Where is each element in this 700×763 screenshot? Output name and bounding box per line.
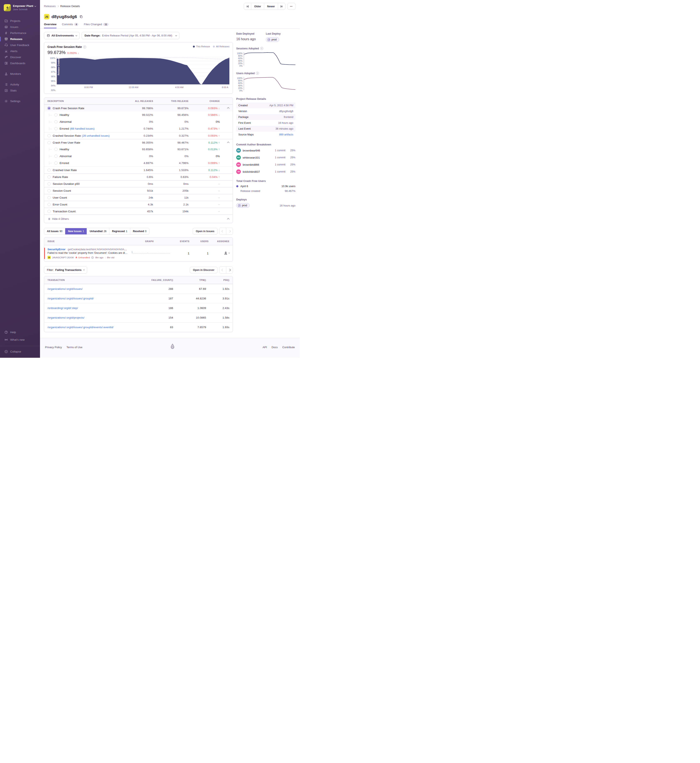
transaction-link[interactable]: /onboarding/:orgId/:step/ <box>47 306 78 310</box>
metric-radio[interactable] <box>55 155 58 158</box>
previous-page-button[interactable] <box>219 267 226 274</box>
metric-row[interactable]: Transaction Count 457k 194k – <box>44 208 233 214</box>
metric-radio[interactable] <box>47 182 51 185</box>
crash-free-session-chart[interactable]: Release Created <box>57 57 230 84</box>
transaction-row[interactable]: /onboarding/:orgId/:step/ 186 1.0609 2.4… <box>44 303 233 313</box>
sidebar-item-whats-new[interactable]: What's new <box>0 336 40 343</box>
sidebar-collapse-button[interactable]: Collapse <box>0 348 40 355</box>
sidebar-item-releases[interactable]: Releases <box>0 36 40 42</box>
metric-radio[interactable] <box>55 113 58 116</box>
last-release-button[interactable] <box>278 3 285 9</box>
metric-row[interactable]: Healthy 99.022% 98.456% 0.566% ↓ <box>44 111 233 118</box>
date-range-filter[interactable]: Date Range: Entire Release Period (Apr 0… <box>82 32 180 39</box>
issues-link[interactable]: (68 handled issues) <box>70 127 95 130</box>
collapse-chevron-icon[interactable] <box>227 142 230 144</box>
metric-radio[interactable] <box>47 189 51 192</box>
org-switcher[interactable]: Empower Plant Jane Schmidt <box>0 3 40 13</box>
metric-row[interactable]: Abnormal 0% 0% 0% <box>44 118 233 125</box>
issues-tab[interactable]: New Issues1 <box>65 228 87 235</box>
api-link[interactable]: API <box>262 346 267 349</box>
help-tooltip-icon[interactable]: ? <box>256 72 259 75</box>
sidebar-item-projects[interactable]: Projects <box>0 18 40 24</box>
next-page-button[interactable] <box>226 267 233 274</box>
sidebar-item-settings[interactable]: Settings <box>0 98 40 104</box>
assignee-dropdown[interactable] <box>224 251 230 255</box>
metric-radio[interactable] <box>47 203 51 206</box>
sidebar-item-stats[interactable]: Stats <box>0 88 40 94</box>
metric-row[interactable]: User Count 24k 11k – <box>44 194 233 201</box>
legend-all-releases[interactable]: All Releases <box>213 45 230 48</box>
issues-link[interactable]: (26 unhandled issues) <box>82 134 109 137</box>
first-release-button[interactable] <box>244 3 251 9</box>
sidebar-item-issues[interactable]: Issues <box>0 24 40 30</box>
docs-link[interactable]: Docs <box>272 346 278 349</box>
metric-radio[interactable] <box>47 210 51 213</box>
metric-radio[interactable] <box>47 196 51 199</box>
deploy-env-badge[interactable]: prod <box>236 203 250 208</box>
help-tooltip-icon[interactable]: ? <box>260 47 263 50</box>
metric-radio[interactable] <box>55 127 58 130</box>
tab-overview[interactable]: Overview <box>44 23 56 28</box>
environment-filter[interactable]: All Environments <box>44 32 80 39</box>
transaction-row[interactable]: /organizations/:orgId/issues/:groupId/ 1… <box>44 294 233 303</box>
open-in-issues-button[interactable]: Open in Issues <box>193 228 217 235</box>
source-maps-link[interactable]: 899 artifacts <box>279 133 293 136</box>
help-tooltip-icon[interactable]: ? <box>83 45 86 48</box>
transaction-link[interactable]: /organizations/:orgId/projects/ <box>47 316 84 319</box>
copy-icon[interactable] <box>80 15 83 18</box>
metric-row[interactable]: Healthy 93.658% 93.671% 0.013% ↑ <box>44 146 233 153</box>
metric-radio[interactable] <box>55 120 58 124</box>
contribute-link[interactable]: Contribute <box>282 346 295 349</box>
metric-radio[interactable] <box>55 161 58 164</box>
issue-title-link[interactable]: SecurityError <box>47 248 66 251</box>
terms-of-use-link[interactable]: Terms of Use <box>66 346 83 349</box>
transaction-row[interactable]: /organizations/:orgId/projects/ 154 10.0… <box>44 313 233 322</box>
metric-radio[interactable] <box>47 107 51 110</box>
previous-page-button[interactable] <box>219 228 226 235</box>
sidebar-item-monitors[interactable]: Monitors <box>0 71 40 77</box>
sidebar-item-activity[interactable]: Activity <box>0 81 40 88</box>
issues-tab[interactable]: Unhandled26 <box>87 228 109 235</box>
metric-row[interactable]: Crashed Session Rate (26 unhandled issue… <box>44 132 233 139</box>
transaction-link[interactable]: /organizations/:orgId/issues/ <box>47 287 83 291</box>
sidebar-item-help[interactable]: Help <box>0 329 40 335</box>
metric-radio[interactable] <box>47 169 51 172</box>
metric-row[interactable]: Crashed User Rate 1.645% 1.533% 0.112% ↓ <box>44 166 233 174</box>
deploy-env-badge[interactable]: prod <box>266 37 279 42</box>
metric-radio[interactable] <box>47 175 51 178</box>
collapse-chevron-icon[interactable] <box>227 107 230 109</box>
issue-row[interactable]: SecurityError getCookie(data:text/html,%… <box>44 245 233 261</box>
tab-commits[interactable]: Commits4 <box>62 23 78 28</box>
next-page-button[interactable] <box>226 228 233 235</box>
transaction-link[interactable]: /organizations/:orgId/issues/:groupId/ <box>47 297 94 300</box>
metric-radio[interactable] <box>55 148 58 151</box>
sidebar-item-discover[interactable]: Discover <box>0 54 40 60</box>
metric-row[interactable]: Crash Free Session Rate 99.766% 99.673% … <box>44 105 233 111</box>
transaction-row[interactable]: /organizations/:orgId/issues/ 288 67.69 … <box>44 284 233 294</box>
tab-files-changed[interactable]: Files Changed11 <box>84 23 109 28</box>
issues-tab[interactable]: Regressed1 <box>109 228 130 235</box>
transactions-filter[interactable]: Filter: Failing Transactions <box>44 266 87 274</box>
sidebar-item-user-feedback[interactable]: User Feedback <box>0 42 40 48</box>
metric-row[interactable]: Crash Free User Rate 98.355% 98.467% 0.1… <box>44 139 233 146</box>
newer-button[interactable]: Newer <box>264 3 278 9</box>
privacy-policy-link[interactable]: Privacy Policy <box>45 346 62 349</box>
open-in-discover-button[interactable]: Open in Discover <box>190 267 217 274</box>
legend-this-release[interactable]: This Release <box>193 45 210 48</box>
issues-tab[interactable]: Resolved0 <box>130 228 149 235</box>
metric-radio[interactable] <box>47 141 51 144</box>
sidebar-item-alerts[interactable]: Alerts <box>0 48 40 54</box>
metric-row[interactable]: Session Count 501k 205k – <box>44 187 233 194</box>
metric-row[interactable]: Failure Rate 0.6% 0.63% 0.04% ↑ <box>44 174 233 180</box>
metric-row[interactable]: Error Count 4.3k 2.1k – <box>44 201 233 208</box>
transaction-row[interactable]: /organizations/:orgId/issues/:groupId/ev… <box>44 322 233 332</box>
sidebar-item-dashboards[interactable]: Dashboards <box>0 60 40 66</box>
metric-row[interactable]: Abnormal 0% 0% 0% <box>44 153 233 159</box>
older-button[interactable]: Older <box>251 3 264 9</box>
breadcrumb-releases[interactable]: Releases <box>44 5 56 8</box>
more-options-button[interactable]: ⋯ <box>288 3 295 10</box>
metric-row[interactable]: Errored 4.697% 4.796% 0.099% ↑ <box>44 159 233 166</box>
issues-tab[interactable]: All Issues90 <box>44 228 65 235</box>
metric-row[interactable]: Errored (68 handled issues) 0.744% 1.217… <box>44 125 233 132</box>
metric-row[interactable]: Session Duration p50 0ms 0ms – <box>44 180 233 187</box>
